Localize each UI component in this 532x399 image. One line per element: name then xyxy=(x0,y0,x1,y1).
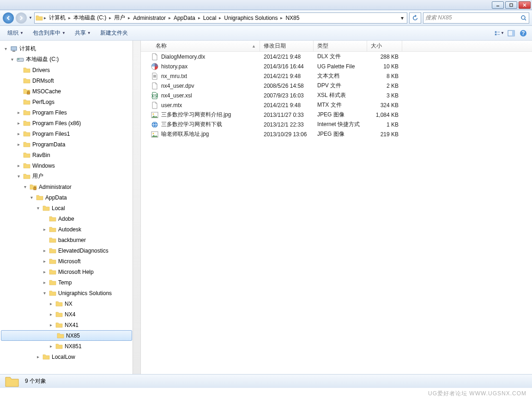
tree-item[interactable]: Adobe xyxy=(0,213,140,224)
view-button[interactable]: ▼ xyxy=(494,28,504,38)
expander-icon[interactable]: ▸ xyxy=(42,269,47,274)
expander-icon[interactable]: ▸ xyxy=(48,312,54,317)
preview-pane-button[interactable] xyxy=(506,28,516,38)
breadcrumb-item[interactable]: NX85 xyxy=(284,13,301,23)
breadcrumb-separator[interactable]: ▸ xyxy=(279,15,284,20)
expander-icon[interactable]: ▸ xyxy=(16,163,21,168)
forward-button[interactable] xyxy=(16,12,27,24)
column-date[interactable]: 修改日期 xyxy=(260,41,314,51)
file-row[interactable]: 三多数控学习网资料下载2013/12/1 22:33Internet 快捷方式1… xyxy=(141,120,532,129)
folder-icon xyxy=(23,66,30,74)
expander-icon[interactable]: ▾ xyxy=(3,46,8,51)
expander-icon[interactable]: ▸ xyxy=(42,248,47,253)
expander-icon[interactable]: ▾ xyxy=(42,290,47,296)
breadcrumb-item[interactable]: Local xyxy=(201,13,218,23)
tree-item[interactable]: NX85 xyxy=(1,330,132,341)
breadcrumb-separator[interactable]: ▸ xyxy=(197,15,201,20)
tree-item[interactable]: ▾Local xyxy=(0,203,140,213)
breadcrumb-item[interactable]: 计算机 xyxy=(47,13,67,23)
help-button[interactable]: ? xyxy=(518,28,528,38)
column-headers[interactable]: 名称▲ 修改日期 类型 大小 xyxy=(141,41,532,52)
expander-icon[interactable]: ▸ xyxy=(16,142,21,147)
breadcrumb-item[interactable]: Administrator xyxy=(131,13,168,23)
address-dropdown[interactable]: ▾ xyxy=(399,15,406,21)
tree-item[interactable]: ▾AppData xyxy=(0,192,140,203)
include-library-button[interactable]: 包含到库中▼ xyxy=(29,27,69,39)
tree-item[interactable]: ▾Administrator xyxy=(0,181,140,192)
expander-icon[interactable]: ▸ xyxy=(16,110,21,115)
tree-item[interactable]: ▾本地磁盘 (C:) xyxy=(0,54,140,65)
expander-icon[interactable]: ▸ xyxy=(48,301,54,306)
tree-item[interactable]: ▸Microsoft Help xyxy=(0,266,140,277)
tree-item[interactable]: backburner xyxy=(0,235,140,245)
minimize-button[interactable] xyxy=(492,1,504,9)
breadcrumb-item[interactable]: AppData xyxy=(172,13,197,23)
expander-icon[interactable]: ▸ xyxy=(48,344,54,349)
breadcrumb-separator[interactable]: ▸ xyxy=(108,15,112,20)
column-name[interactable]: 名称▲ xyxy=(141,41,260,51)
file-row[interactable]: DialogMemory.dlx2014/2/21 9:48DLX 文件288 … xyxy=(141,52,532,61)
file-row[interactable]: 喻老师联系地址.jpg2013/10/29 13:06JPEG 图像219 KB xyxy=(141,129,532,139)
file-row[interactable]: xslnx4_user.xsl2007/9/23 16:03XSL 样式表3 K… xyxy=(141,91,532,100)
expander-icon[interactable]: ▸ xyxy=(42,259,47,264)
breadcrumb-separator[interactable]: ▸ xyxy=(218,15,222,20)
expander-icon[interactable]: ▸ xyxy=(42,227,47,232)
tree-item[interactable]: ▸NX4 xyxy=(0,309,140,320)
tree-item[interactable]: ▸Program Files xyxy=(0,107,140,118)
expander-icon[interactable]: ▾ xyxy=(22,184,28,189)
tree-item[interactable]: ▸Microsoft xyxy=(0,256,140,266)
share-button[interactable]: 共享▼ xyxy=(71,27,95,39)
tree-item[interactable]: ▾计算机 xyxy=(0,43,140,54)
tree-item[interactable]: MSOCache xyxy=(0,86,140,97)
expander-icon[interactable]: ▸ xyxy=(42,280,47,285)
column-type[interactable]: 类型 xyxy=(314,41,367,51)
tree-item[interactable]: PerfLogs xyxy=(0,97,140,107)
tree-item[interactable]: ▸LocalLow xyxy=(0,351,140,362)
tree-item[interactable]: ▸Program Files (x86) xyxy=(0,118,140,128)
breadcrumb-separator[interactable]: ▸ xyxy=(67,15,72,20)
maximize-button[interactable] xyxy=(505,1,517,9)
tree-item[interactable]: ▸Windows xyxy=(0,160,140,171)
close-button[interactable] xyxy=(519,1,531,9)
breadcrumb-separator[interactable]: ▸ xyxy=(127,15,131,20)
tree-item[interactable]: RavBin xyxy=(0,150,140,160)
tree-item[interactable]: ▸Autodesk xyxy=(0,224,140,235)
file-row[interactable]: user.mtx2014/2/21 9:48MTX 文件324 KB xyxy=(141,100,532,110)
breadcrumb-separator[interactable]: ▸ xyxy=(168,15,172,20)
tree-item[interactable]: ▸ProgramData xyxy=(0,139,140,150)
expander-icon[interactable]: ▾ xyxy=(9,57,15,62)
tree-item[interactable]: ▸NX41 xyxy=(0,320,140,330)
tree-item[interactable]: Drivers xyxy=(0,65,140,75)
file-row[interactable]: history.pax2014/3/16 16:44UG Palette Fil… xyxy=(141,61,532,71)
tree-item[interactable]: ▸NX851 xyxy=(0,341,140,351)
tree-item[interactable]: DRMsoft xyxy=(0,75,140,86)
refresh-button[interactable] xyxy=(409,12,421,24)
address-bar[interactable]: ▸计算机▸本地磁盘 (C:)▸用户▸Administrator▸AppData▸… xyxy=(34,12,407,24)
expander-icon[interactable]: ▾ xyxy=(29,195,34,200)
search-input[interactable]: 搜索 NX85 xyxy=(423,12,529,24)
expander-icon[interactable]: ▾ xyxy=(35,206,41,211)
breadcrumb-item[interactable]: Unigraphics Solutions xyxy=(222,13,279,23)
new-folder-button[interactable]: 新建文件夹 xyxy=(97,27,132,39)
tree-item[interactable]: ▸Program Files1 xyxy=(0,128,140,139)
tree-item[interactable]: ▾Unigraphics Solutions xyxy=(0,288,140,298)
tree-item[interactable]: ▾用户 xyxy=(0,171,140,181)
breadcrumb-item[interactable]: 本地磁盘 (C:) xyxy=(72,13,108,23)
tree-item[interactable]: ▸ElevatedDiagnostics xyxy=(0,245,140,256)
back-button[interactable] xyxy=(3,12,14,24)
expander-icon[interactable]: ▸ xyxy=(48,322,54,327)
expander-icon[interactable]: ▾ xyxy=(16,174,21,179)
tree-item[interactable]: ▸Temp xyxy=(0,277,140,288)
expander-icon[interactable]: ▸ xyxy=(16,131,21,136)
organize-button[interactable]: 组织▼ xyxy=(4,27,27,39)
file-row[interactable]: nx_mru.txt2014/2/21 9:48文本文档8 KB xyxy=(141,71,532,81)
tree-item[interactable]: ▸NX xyxy=(0,298,140,309)
file-row[interactable]: 三多数控学习网资料介绍.jpg2013/11/27 0:33JPEG 图像1,0… xyxy=(141,110,532,120)
breadcrumb-item[interactable]: 用户 xyxy=(112,13,127,23)
column-size[interactable]: 大小 xyxy=(367,41,402,51)
expander-icon[interactable]: ▸ xyxy=(35,354,41,359)
history-dropdown[interactable]: ▼ xyxy=(29,16,32,20)
folder-tree[interactable]: ▾计算机▾本地磁盘 (C:)DriversDRMsoftMSOCachePerf… xyxy=(0,41,141,374)
expander-icon[interactable]: ▸ xyxy=(16,121,21,126)
file-row[interactable]: nx4_user.dpv2008/5/26 14:58DPV 文件2 KB xyxy=(141,81,532,91)
